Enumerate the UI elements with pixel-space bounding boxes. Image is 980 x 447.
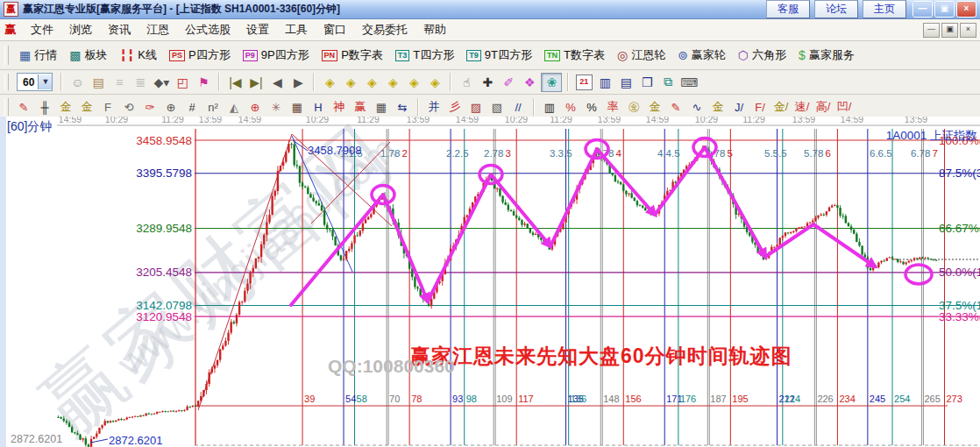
period-combo[interactable]: 60▼ xyxy=(17,73,53,91)
p-square-button[interactable]: PSP四方形 xyxy=(163,46,237,65)
candle-style-icon[interactable]: ◆▾ xyxy=(152,74,171,91)
h-marks-icon[interactable]: Η xyxy=(308,98,329,117)
p-number-table-button[interactable]: PNP数字表 xyxy=(316,46,389,65)
spiral-icon[interactable]: ⟲ xyxy=(118,98,139,117)
save-icon[interactable]: ❒ xyxy=(637,74,657,91)
concave-slope-icon[interactable]: 凹/ xyxy=(834,98,855,117)
hatch-dark-icon[interactable]: ▧ xyxy=(486,98,508,117)
hand-icon[interactable]: ☝ xyxy=(457,74,476,91)
t-square-button[interactable]: T3T四方形 xyxy=(389,46,460,65)
percent-icon[interactable]: % xyxy=(581,98,602,117)
angle-pen-icon[interactable]: ✐ xyxy=(499,74,518,91)
bars-small-icon[interactable]: ≡ xyxy=(110,74,129,91)
diamond-tool-3-icon[interactable]: ◈ xyxy=(362,74,381,91)
step-back-icon[interactable]: ◀ xyxy=(267,74,287,91)
grid-lines-icon[interactable]: ╫ xyxy=(34,98,55,117)
restore-button[interactable]: ▣ xyxy=(934,1,955,18)
hatch-red-icon[interactable]: ▨ xyxy=(465,98,486,117)
mdi-restore-button[interactable]: ▣ xyxy=(941,23,958,38)
note-icon[interactable]: ▤ xyxy=(89,74,108,91)
target-icon[interactable]: ⊕ xyxy=(245,98,266,117)
high-slope-icon[interactable]: 高/ xyxy=(813,98,834,117)
gold-circle-icon[interactable]: ㊎ xyxy=(623,98,644,117)
step-first-icon[interactable]: |◀ xyxy=(225,74,245,91)
menu-item-5[interactable]: 设置 xyxy=(238,20,277,39)
period-dropdown-icon[interactable]: ▼ xyxy=(38,74,52,89)
memo-icon[interactable]: ▤ xyxy=(616,74,636,91)
diamond-tool-4-icon[interactable]: ◈ xyxy=(383,74,402,91)
menu-item-1[interactable]: 浏览 xyxy=(61,20,100,39)
gold-levels-icon[interactable]: 金 xyxy=(644,98,665,117)
n-square-icon[interactable]: n² xyxy=(202,98,224,117)
menu-item-7[interactable]: 窗口 xyxy=(316,20,354,39)
h-arrows-icon[interactable]: ⇆ xyxy=(392,98,413,117)
shen-tool-icon[interactable]: 神 xyxy=(329,98,350,117)
calendar-button[interactable]: 21 xyxy=(574,74,593,91)
menu-item-4[interactable]: 公式选股 xyxy=(177,20,238,39)
diamond-tool-6-icon[interactable]: ◈ xyxy=(425,74,444,91)
brush-2-icon[interactable]: ✎ xyxy=(665,98,686,117)
calculator-icon[interactable]: ▥ xyxy=(595,74,614,91)
circle-cross-icon[interactable]: ⊕ xyxy=(160,98,181,117)
chart-canvas[interactable]: 赢家财富网www.yingjia360.com14:5910:2911:2913… xyxy=(0,117,980,447)
angle-ruler-icon[interactable]: ◭ xyxy=(224,98,245,117)
crosshair-icon[interactable]: ✚ xyxy=(478,74,497,91)
mdi-minimize-button[interactable]: — xyxy=(923,23,940,38)
network-icon[interactable]: ⧉ xyxy=(658,74,678,91)
flag-icon[interactable]: ⚑ xyxy=(194,74,213,91)
ratio-icon[interactable]: 率 xyxy=(602,98,623,117)
winner-service-button[interactable]: $赢家服务 xyxy=(792,46,861,65)
j-slope-icon[interactable]: J/ xyxy=(728,98,749,117)
mdi-close-button[interactable]: × xyxy=(960,23,976,38)
kline-button[interactable]: ╏╏K线 xyxy=(113,46,163,65)
sectors-button[interactable]: ▩板块 xyxy=(63,46,113,65)
gann-frame-icon[interactable]: ◰ xyxy=(173,74,192,91)
diamond-tool-5-icon[interactable]: ◈ xyxy=(404,74,423,91)
f-slope-icon[interactable]: F/ xyxy=(749,98,771,117)
table-tool-icon[interactable]: ▥ xyxy=(539,98,560,117)
9p-square-button[interactable]: P99P四方形 xyxy=(237,46,316,65)
hexagon-button[interactable]: ⬡六角形 xyxy=(732,46,792,65)
fan-rays-icon[interactable]: 彡 xyxy=(444,98,465,117)
gold-grid-2-icon[interactable]: 金 xyxy=(76,98,97,117)
minimize-button[interactable]: — xyxy=(913,1,933,18)
menu-item-3[interactable]: 江恩 xyxy=(138,20,177,39)
gann-wheel-button[interactable]: ◎江恩轮 xyxy=(611,46,671,65)
diamond-tool-1-icon[interactable]: ◈ xyxy=(320,74,339,91)
hash-grid-icon[interactable]: # xyxy=(181,98,202,117)
quick-button-2[interactable]: 主页 xyxy=(863,0,906,18)
9t-square-button[interactable]: T99T四方形 xyxy=(460,46,538,65)
pattern-icon[interactable]: ❖ xyxy=(520,74,539,91)
f-grid-icon[interactable]: F xyxy=(97,98,118,117)
menu-item-9[interactable]: 帮助 xyxy=(415,20,454,39)
workstation-icon[interactable]: ⌨ xyxy=(679,74,699,91)
gold-grid-1-icon[interactable]: 金 xyxy=(55,98,76,117)
step-last-icon[interactable]: ▶| xyxy=(246,74,266,91)
analysis-icon[interactable]: ❀ xyxy=(541,73,562,92)
menu-item-0[interactable]: 文件 xyxy=(23,20,61,39)
winner-wheel-button[interactable]: ⊚赢家轮 xyxy=(671,46,732,65)
smiley-icon[interactable]: ☺ xyxy=(67,74,87,91)
ying-tool-icon[interactable]: 赢 xyxy=(350,98,371,117)
percent-line-icon[interactable]: % xyxy=(560,98,581,117)
star-web-icon[interactable]: ✳ xyxy=(266,98,287,117)
pen-tool-icon[interactable]: ✑ xyxy=(139,98,160,117)
box-grid-icon[interactable]: ▦ xyxy=(287,98,308,117)
bars-large-icon[interactable]: ≣ xyxy=(131,74,150,91)
channel-icon[interactable]: 并 xyxy=(423,98,444,117)
gold-3-icon[interactable]: 金 xyxy=(707,98,728,117)
quick-button-1[interactable]: 论坛 xyxy=(814,0,858,18)
brush-icon[interactable]: ✎ xyxy=(13,98,34,117)
menu-item-6[interactable]: 工具 xyxy=(277,20,316,39)
quick-button-0[interactable]: 客服 xyxy=(766,0,810,18)
close-button[interactable]: × xyxy=(956,1,976,18)
speed-slope-icon[interactable]: 速/ xyxy=(792,98,813,117)
slash-lines-icon[interactable]: // xyxy=(508,98,529,117)
quotes-button[interactable]: ▦行情 xyxy=(13,46,63,65)
menu-item-8[interactable]: 交易委托 xyxy=(354,20,415,39)
diamond-tool-2-icon[interactable]: ◈ xyxy=(341,74,360,91)
grid-123-icon[interactable]: ▦ xyxy=(371,98,392,117)
menu-item-2[interactable]: 资讯 xyxy=(100,20,138,39)
gold-slope-icon[interactable]: 金/ xyxy=(771,98,792,117)
t-number-table-button[interactable]: TNT数字表 xyxy=(538,46,611,65)
